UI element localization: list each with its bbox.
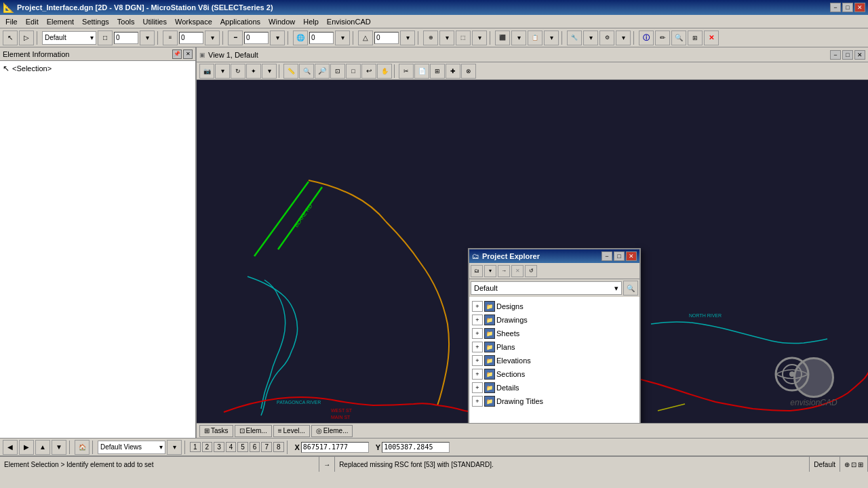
menu-edit[interactable]: Edit	[22, 16, 43, 27]
page-1-btn[interactable]: 1	[190, 442, 201, 452]
tool-c1[interactable]: 🔧	[567, 30, 582, 45]
tool-c4[interactable]: ▾	[616, 30, 631, 45]
menu-applications[interactable]: Applications	[216, 16, 264, 27]
vt-clip3[interactable]: ⊞	[430, 64, 445, 79]
vt-clip4[interactable]: ✚	[446, 64, 460, 79]
menu-tools[interactable]: Tools	[113, 16, 139, 27]
menu-envisioncad[interactable]: EnvisionCAD	[323, 16, 375, 27]
pe-tb-x[interactable]: ✕	[511, 265, 524, 277]
expand-drawing-titles[interactable]: +	[472, 396, 483, 407]
expand-plans[interactable]: +	[472, 342, 483, 352]
view-minimize[interactable]: −	[830, 50, 841, 60]
nav-up[interactable]: ▲	[35, 440, 50, 455]
vt-clip2[interactable]: 📄	[414, 64, 429, 79]
tool-grid[interactable]: ⊞	[688, 30, 703, 45]
pe-title-bar[interactable]: 🗂 Project Explorer − □ ✕	[469, 249, 639, 263]
menu-utilities[interactable]: Utilities	[139, 16, 171, 27]
vt-move[interactable]: ✦	[246, 64, 261, 79]
page-8-btn[interactable]: 8	[273, 442, 284, 452]
tb-dd5[interactable]: ▾	[400, 30, 415, 45]
pe-tb-dd[interactable]: ▾	[484, 265, 496, 277]
tool-tb1[interactable]: □	[98, 30, 113, 45]
vt-win[interactable]: □	[346, 64, 361, 79]
tool-x1[interactable]: ✕	[704, 30, 719, 45]
pe-tb-refresh[interactable]: ↺	[525, 265, 537, 277]
expand-details[interactable]: +	[472, 382, 483, 393]
tree-item-plans[interactable]: + 📁 Plans	[469, 340, 639, 354]
tool-lines[interactable]: ≡	[163, 30, 178, 45]
tool-arrow[interactable]: ↖	[3, 30, 18, 45]
tab-level[interactable]: ≡ Level...	[273, 425, 310, 437]
page-7-btn[interactable]: 7	[261, 442, 272, 452]
page-3-btn[interactable]: 3	[214, 442, 224, 452]
minimize-button[interactable]: −	[830, 3, 841, 12]
input-3[interactable]	[244, 32, 269, 44]
pe-close[interactable]: ✕	[626, 251, 637, 261]
tb-dd4[interactable]: ▾	[335, 30, 350, 45]
input-4[interactable]	[309, 32, 334, 44]
tool-mag[interactable]: 🔍	[671, 30, 686, 45]
nav-dd-btn[interactable]: ▾	[167, 440, 182, 455]
expand-sections[interactable]: +	[472, 369, 483, 380]
pe-maximize[interactable]: □	[614, 251, 625, 261]
menu-element[interactable]: Element	[43, 16, 78, 27]
tab-tasks[interactable]: ⊞ Tasks	[199, 425, 233, 437]
tool-snap1[interactable]: ⊕	[423, 30, 438, 45]
nav-back[interactable]: ◀	[3, 440, 18, 455]
vt-measure[interactable]: 📏	[283, 64, 298, 79]
panel-pin[interactable]: 📌	[172, 49, 182, 59]
vt-orbit[interactable]: ↻	[231, 64, 245, 79]
tab-elem2[interactable]: ◎ Eleme...	[311, 425, 353, 437]
level-dropdown[interactable]: Default▾	[42, 31, 96, 45]
tree-item-sheets[interactable]: + 📁 Sheets	[469, 327, 639, 340]
tool-snap2[interactable]: ▾	[439, 30, 454, 45]
pe-dropdown[interactable]: Default▾	[471, 281, 622, 295]
tool-pencil[interactable]: ✏	[655, 30, 670, 45]
pe-minimize[interactable]: −	[601, 251, 612, 261]
tool-weight[interactable]: ━	[228, 30, 243, 45]
vt-fit[interactable]: ⊡	[330, 64, 345, 79]
vt-clip1[interactable]: ✂	[399, 64, 414, 79]
nav-down[interactable]: ▼	[52, 440, 66, 455]
view-maximize[interactable]: □	[842, 50, 853, 60]
vt-clip5[interactable]: ⊗	[461, 64, 476, 79]
menu-window[interactable]: Window	[264, 16, 299, 27]
tool-c2[interactable]: ▾	[583, 30, 598, 45]
expand-elevations[interactable]: +	[472, 355, 483, 366]
tool-globe[interactable]: 🌐	[293, 30, 308, 45]
pe-tb-folder[interactable]: 🗂	[471, 265, 483, 277]
tool-tri[interactable]: △	[358, 30, 373, 45]
tb-dd3[interactable]: ▾	[270, 30, 285, 45]
maximize-button[interactable]: □	[842, 3, 853, 12]
page-4-btn[interactable]: 4	[226, 442, 237, 452]
nav-home[interactable]: 🏠	[75, 440, 90, 455]
vt-dd[interactable]: ▾	[215, 64, 230, 79]
tree-item-sections[interactable]: + 📁 Sections	[469, 367, 639, 381]
tool-b1[interactable]: ⬛	[495, 30, 510, 45]
tool-c3[interactable]: ⚙	[599, 30, 614, 45]
close-button[interactable]: ✕	[854, 3, 865, 12]
vt-zoom-out[interactable]: 🔎	[315, 64, 330, 79]
vt-back[interactable]: ↩	[361, 64, 376, 79]
pe-search-btn[interactable]: 🔍	[623, 281, 638, 296]
tree-item-drawing-titles[interactable]: + 📁 Drawing Titles	[469, 394, 639, 408]
input-5[interactable]	[374, 32, 399, 44]
menu-workspace[interactable]: Workspace	[171, 16, 216, 27]
page-6-btn[interactable]: 6	[250, 442, 260, 452]
nav-forward[interactable]: ▶	[19, 440, 34, 455]
expand-sheets[interactable]: +	[472, 328, 483, 339]
tree-item-drawings[interactable]: + 📁 Drawings	[469, 313, 639, 327]
tool-b2[interactable]: ▾	[511, 30, 526, 45]
pe-tb-forward[interactable]: →	[498, 265, 510, 277]
view-dropdown[interactable]: Default Views▾	[98, 441, 165, 454]
vt-camera[interactable]: 📷	[199, 64, 214, 79]
menu-file[interactable]: File	[1, 16, 22, 27]
vt-pan[interactable]: ✋	[377, 64, 392, 79]
tool-select[interactable]: ▷	[19, 30, 34, 45]
tb-dd2[interactable]: ▾	[205, 30, 220, 45]
page-5-btn[interactable]: 5	[237, 442, 248, 452]
tool-b4[interactable]: ▾	[544, 30, 559, 45]
x-input[interactable]	[301, 442, 369, 453]
tool-snap4[interactable]: ▾	[472, 30, 487, 45]
view-canvas[interactable]: BLAKE RD PATAGONCA RIVER WEST ST MAIN ST…	[197, 80, 868, 423]
